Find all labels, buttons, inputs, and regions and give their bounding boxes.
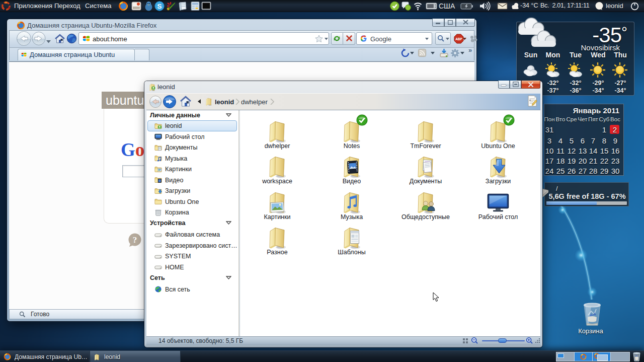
svg-text:ABP: ABP <box>455 37 462 41</box>
svg-text:S: S <box>157 3 162 10</box>
svg-text:?: ? <box>133 235 137 245</box>
